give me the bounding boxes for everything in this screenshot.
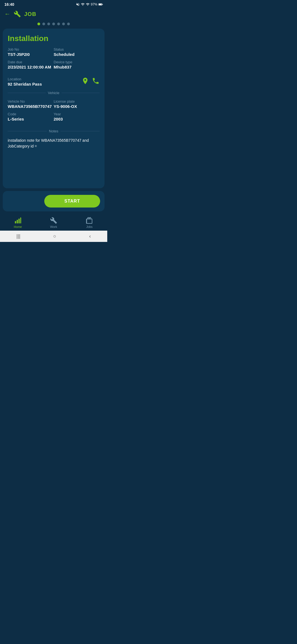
vehicle-section-label: Vehicle: [48, 91, 59, 95]
notes-divider-line-left: [8, 131, 47, 131]
status-item: Status Scheduled: [54, 47, 100, 57]
vehicle-no-item: Vehicle No WBANA73565B770747: [8, 99, 54, 109]
location-value: 92 Sheridan Pass: [8, 82, 42, 86]
divider-line-right: [62, 93, 100, 93]
year-value: 2003: [54, 117, 100, 121]
home-nav-icon: [14, 217, 21, 224]
location-label: Location: [8, 77, 42, 81]
nav-label-work: Work: [50, 225, 57, 228]
wifi-icon: [81, 2, 85, 6]
device-type-item: Device type Mhub837: [54, 60, 100, 69]
date-due-value: 2/23/2021 12:00:00 AM: [8, 65, 54, 69]
back-system-button[interactable]: ‹: [89, 233, 91, 239]
indicator-dot-6: [62, 23, 65, 25]
header: ← JOB: [0, 8, 107, 20]
map-icon[interactable]: [81, 77, 89, 85]
job-no-item: Job No TST-J5P2I0: [8, 47, 54, 57]
notes-divider-line-right: [61, 131, 100, 131]
page-indicators: [0, 20, 107, 29]
notes-section-label: Notes: [49, 129, 58, 133]
indicator-dot-3: [47, 23, 50, 25]
status-value: Scheduled: [54, 52, 100, 57]
code-label: Code: [8, 112, 54, 116]
year-item: Year 2003: [54, 112, 100, 121]
jobs-nav-icon: [86, 217, 93, 224]
notes-text: installation note for WBANA73565B770747 …: [8, 138, 100, 149]
svg-rect-2: [102, 4, 103, 5]
license-plate-value: YS-9006-OX: [54, 104, 100, 109]
date-due-item: Date due 2/23/2021 12:00:00 AM: [8, 60, 54, 69]
code-value: L-Series: [8, 117, 54, 121]
vehicle-info-grid: Vehicle No WBANA73565B770747 License pla…: [8, 99, 100, 125]
main-card: Installation Job No TST-J5P2I0 Status Sc…: [3, 29, 105, 188]
device-type-value: Mhub837: [54, 65, 100, 69]
device-type-label: Device type: [54, 60, 100, 64]
status-icons: 97%: [76, 2, 103, 6]
location-icons: [81, 77, 100, 85]
svg-rect-3: [15, 221, 16, 223]
battery-icon: [98, 3, 103, 6]
home-button[interactable]: ○: [53, 233, 56, 239]
indicator-dot-4: [52, 23, 55, 25]
bottom-nav: Home Work Jobs: [0, 214, 107, 231]
vehicle-no-value: WBANA73565B770747: [8, 104, 54, 109]
svg-rect-6: [20, 217, 21, 223]
indicator-dot-7: [67, 23, 70, 25]
battery-percent: 97%: [91, 2, 97, 6]
phone-icon[interactable]: [92, 77, 100, 85]
indicator-dot-2: [42, 23, 45, 25]
status-label: Status: [54, 47, 100, 51]
nav-item-work[interactable]: Work: [36, 217, 72, 228]
status-time: 16:40: [4, 2, 14, 7]
license-plate-label: License plate: [54, 99, 100, 103]
job-no-label: Job No: [8, 47, 54, 51]
code-item: Code L-Series: [8, 112, 54, 121]
svg-rect-4: [17, 220, 18, 223]
status-bar: 16:40 97%: [0, 0, 107, 8]
location-row: Location 92 Sheridan Pass: [8, 77, 100, 86]
job-info-grid: Job No TST-J5P2I0 Status Scheduled Date …: [8, 47, 100, 73]
start-button[interactable]: START: [44, 195, 100, 208]
nav-label-home: Home: [14, 225, 22, 228]
license-plate-item: License plate YS-9006-OX: [54, 99, 100, 109]
notes-divider: Notes: [8, 129, 100, 133]
indicator-dot-1: [37, 23, 40, 25]
nav-item-home[interactable]: Home: [0, 217, 36, 228]
action-bar: START: [3, 191, 105, 211]
svg-rect-5: [18, 219, 20, 223]
card-title: Installation: [8, 34, 100, 43]
location-text: Location 92 Sheridan Pass: [8, 77, 42, 86]
signal-icon: [86, 2, 90, 6]
header-title: JOB: [24, 11, 36, 17]
nav-item-jobs[interactable]: Jobs: [72, 217, 107, 228]
recents-button[interactable]: |||: [16, 233, 20, 239]
job-icon: [14, 10, 21, 18]
job-no-value: TST-J5P2I0: [8, 52, 54, 57]
svg-rect-1: [99, 4, 102, 5]
year-label: Year: [54, 112, 100, 116]
system-nav: ||| ○ ‹: [0, 231, 107, 242]
vehicle-no-label: Vehicle No: [8, 99, 54, 103]
nav-label-jobs: Jobs: [86, 225, 92, 228]
mute-icon: [76, 2, 80, 6]
work-nav-icon: [50, 217, 57, 224]
vehicle-divider: Vehicle: [8, 91, 100, 95]
back-button[interactable]: ←: [4, 10, 10, 18]
date-due-label: Date due: [8, 60, 54, 64]
divider-line-left: [8, 93, 46, 93]
indicator-dot-5: [57, 23, 60, 25]
